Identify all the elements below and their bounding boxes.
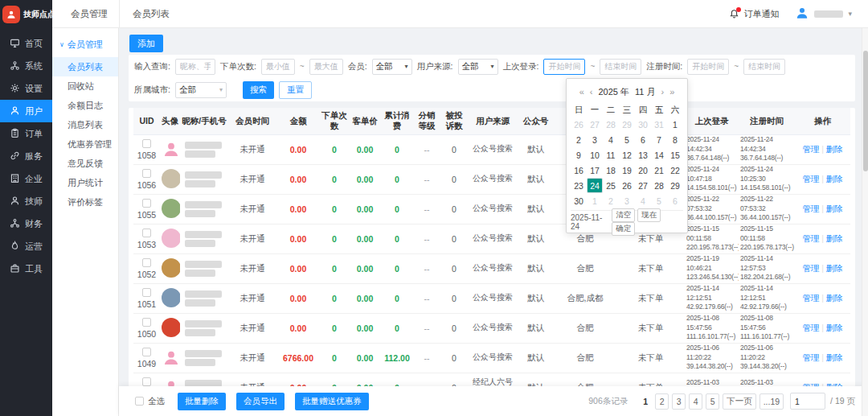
date-cell[interactable]: 8 — [667, 132, 683, 147]
date-cell[interactable]: 16 — [571, 163, 587, 178]
page-button[interactable]: 2 — [655, 393, 669, 410]
page-button[interactable]: 4 — [689, 393, 702, 410]
submenu-item[interactable]: 余额日志 — [52, 96, 118, 115]
date-cell-selected[interactable]: 24 — [587, 178, 603, 193]
row-checkbox[interactable] — [142, 199, 151, 208]
year-select[interactable]: 2025 年 — [598, 86, 629, 98]
search-button[interactable]: 搜索 — [243, 81, 274, 99]
submenu-item[interactable]: 回收站 — [52, 76, 118, 96]
date-cell[interactable]: 2 — [603, 193, 619, 208]
scrollbar[interactable] — [862, 28, 868, 416]
sidebar-item-clipboard[interactable]: 订单 — [0, 122, 52, 145]
member-select[interactable]: 全部▾ — [372, 59, 412, 75]
row-checkbox[interactable] — [142, 348, 151, 356]
lastlogin-start-input[interactable] — [543, 59, 585, 75]
manage-link[interactable]: 管理 — [802, 263, 819, 273]
app-logo[interactable]: 技师点点 — [0, 0, 52, 28]
date-cell[interactable]: 25 — [603, 178, 619, 193]
date-cell[interactable]: 29 — [667, 178, 683, 193]
submenu-item[interactable]: 优惠券管理 — [52, 134, 118, 154]
bulk-coupon-button[interactable]: 批量赠送优惠券 — [295, 393, 369, 410]
date-cell[interactable]: 18 — [603, 163, 619, 178]
delete-link[interactable]: 删除 — [826, 174, 843, 183]
manage-link[interactable]: 管理 — [802, 323, 819, 332]
submenu-item[interactable]: 评价标签 — [52, 192, 118, 212]
next-year-button[interactable]: » — [669, 87, 674, 97]
submenu-item[interactable]: 消息列表 — [52, 115, 118, 134]
manage-link[interactable]: 管理 — [802, 204, 819, 213]
user-menu[interactable]: ▾ — [795, 6, 852, 22]
date-cell[interactable]: 28 — [651, 178, 667, 193]
more-pages-button[interactable]: ...19 — [760, 393, 784, 410]
prev-month-button[interactable]: ‹ — [590, 87, 593, 97]
date-cell[interactable]: 14 — [651, 147, 667, 163]
date-cell[interactable]: 1 — [667, 117, 683, 132]
delete-link[interactable]: 删除 — [826, 263, 843, 273]
date-cell[interactable]: 21 — [651, 163, 667, 178]
sidebar-item-org[interactable]: 系统 — [0, 55, 52, 77]
delete-link[interactable]: 删除 — [826, 204, 843, 213]
scrollbar-thumb[interactable] — [863, 51, 868, 171]
orders-min-input[interactable] — [261, 59, 295, 75]
next-page-button[interactable]: 下一页 — [723, 393, 756, 410]
delete-link[interactable]: 删除 — [826, 144, 843, 154]
date-cell[interactable]: 1 — [587, 193, 603, 208]
member-export-button[interactable]: 会员导出 — [236, 393, 285, 410]
date-cell[interactable]: 29 — [619, 117, 635, 132]
date-cell[interactable]: 4 — [635, 193, 651, 208]
date-cell[interactable]: 13 — [635, 147, 651, 163]
submenu-item[interactable]: 用户统计 — [52, 173, 118, 192]
bulk-delete-button[interactable]: 批量删除 — [178, 393, 226, 410]
row-checkbox[interactable] — [142, 169, 151, 178]
date-cell[interactable]: 31 — [651, 117, 667, 132]
date-cell[interactable]: 28 — [603, 117, 619, 132]
sidebar-item-user[interactable]: 用户 — [0, 100, 52, 122]
date-cell[interactable]: 9 — [571, 147, 587, 163]
orders-max-input[interactable] — [309, 59, 343, 75]
date-cell[interactable]: 30 — [635, 117, 651, 132]
now-button[interactable]: 现在 — [637, 208, 661, 222]
manage-link[interactable]: 管理 — [802, 174, 819, 183]
date-cell[interactable]: 23 — [571, 178, 587, 193]
date-cell[interactable]: 26 — [571, 117, 587, 132]
query-input[interactable] — [175, 59, 215, 75]
date-cell[interactable]: 19 — [619, 163, 635, 178]
date-cell[interactable]: 27 — [587, 117, 603, 132]
date-cell[interactable]: 20 — [635, 163, 651, 178]
prev-year-button[interactable]: « — [579, 87, 584, 97]
select-all[interactable]: 全选 — [135, 396, 165, 407]
date-cell[interactable]: 12 — [619, 147, 635, 163]
confirm-button[interactable]: 确定 — [612, 222, 635, 236]
page-jump-input[interactable] — [790, 393, 825, 410]
city-select[interactable]: 全部▾ — [175, 82, 227, 98]
month-select[interactable]: 11 月 — [635, 86, 655, 98]
date-cell[interactable]: 3 — [619, 193, 635, 208]
submenu-group[interactable]: ∨ 会员管理 — [52, 28, 118, 57]
sidebar-item-link[interactable]: 服务 — [0, 145, 52, 167]
source-select[interactable]: 全部▾ — [458, 59, 498, 75]
clear-button[interactable]: 清空 — [612, 208, 635, 222]
row-checkbox[interactable] — [142, 258, 151, 267]
date-cell[interactable]: 4 — [603, 132, 619, 147]
date-cell[interactable]: 30 — [571, 193, 587, 208]
sidebar-item-finance[interactable]: 财务 — [0, 212, 52, 235]
select-all-checkbox[interactable] — [135, 397, 144, 406]
add-button[interactable]: 添加 — [129, 35, 163, 52]
page-current[interactable]: 1 — [639, 397, 652, 406]
delete-link[interactable]: 删除 — [826, 293, 843, 303]
date-cell[interactable]: 5 — [619, 132, 635, 147]
delete-link[interactable]: 删除 — [826, 233, 843, 243]
sidebar-item-briefcase[interactable]: 工具 — [0, 257, 52, 280]
row-checkbox[interactable] — [142, 288, 151, 297]
sidebar-item-building[interactable]: 企业 — [0, 167, 52, 190]
submenu-item[interactable]: 会员列表 — [52, 57, 118, 76]
row-checkbox[interactable] — [142, 139, 151, 148]
delete-link[interactable]: 删除 — [826, 352, 843, 362]
date-cell[interactable]: 6 — [635, 132, 651, 147]
date-cell[interactable]: 6 — [667, 193, 683, 208]
submenu-item[interactable]: 意见反馈 — [52, 154, 118, 173]
topbar-module-label[interactable]: 会员管理 — [52, 8, 119, 20]
sidebar-item-gear[interactable]: 设置 — [0, 77, 52, 100]
sidebar-item-operation[interactable]: 运营 — [0, 235, 52, 257]
lastlogin-end-input[interactable] — [600, 59, 641, 75]
